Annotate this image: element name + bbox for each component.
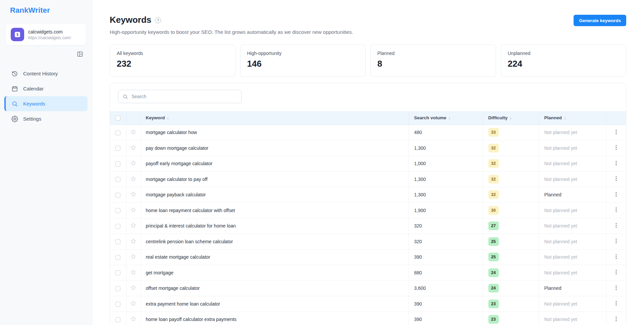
- row-menu-kebab-icon[interactable]: [613, 254, 619, 260]
- table-row: payoff early mortgage calculator1,00032N…: [110, 156, 626, 172]
- row-checkbox[interactable]: [115, 270, 120, 275]
- generate-keywords-button[interactable]: Generate keywords: [574, 15, 626, 26]
- keyword-cell: home loan repayment calculator with offs…: [140, 203, 409, 218]
- keywords-table-card: Keyword↓ Search volume↓ Difficulty↓ Plan…: [110, 83, 626, 325]
- planned-status-cell: Not planned yet: [539, 172, 606, 187]
- star-icon[interactable]: [130, 129, 137, 135]
- star-icon[interactable]: [130, 269, 137, 275]
- search-input[interactable]: [131, 94, 237, 99]
- column-header-star: [126, 111, 140, 125]
- star-icon[interactable]: [130, 160, 137, 166]
- row-menu-kebab-icon[interactable]: [613, 285, 619, 291]
- star-icon[interactable]: [130, 284, 137, 291]
- row-checkbox[interactable]: [115, 286, 120, 291]
- row-menu-kebab-icon[interactable]: [613, 269, 619, 275]
- search-volume-cell: 480: [409, 125, 483, 140]
- difficulty-badge: 25: [488, 253, 499, 261]
- site-url: https://calcwidgets.com/: [28, 36, 71, 40]
- row-menu-kebab-icon[interactable]: [613, 222, 619, 229]
- row-checkbox[interactable]: [115, 239, 120, 244]
- column-header-difficulty[interactable]: Difficulty↓: [483, 111, 539, 125]
- difficulty-cell: 25: [483, 234, 539, 250]
- row-menu-kebab-icon[interactable]: [613, 176, 619, 182]
- row-menu-kebab-icon[interactable]: [613, 300, 619, 306]
- sidebar: RankWriter $ calcwidgets.com https://cal…: [0, 0, 92, 325]
- row-checkbox[interactable]: [115, 224, 120, 229]
- row-checkbox[interactable]: [115, 208, 120, 213]
- history-icon: [11, 70, 18, 77]
- row-menu-kebab-icon[interactable]: [613, 207, 619, 213]
- sidebar-item-content-history[interactable]: Content History: [4, 66, 88, 81]
- sidebar-item-label: Keywords: [23, 101, 45, 107]
- search-volume-cell: 390: [409, 312, 483, 325]
- row-checkbox[interactable]: [115, 317, 120, 322]
- table-row: centrelink pension loan scheme calculato…: [110, 234, 626, 250]
- difficulty-badge: 32: [488, 190, 499, 199]
- stat-label: Unplanned: [508, 51, 620, 56]
- row-checkbox[interactable]: [115, 130, 120, 135]
- keyword-cell: get mortgage: [140, 265, 409, 281]
- row-menu-kebab-icon[interactable]: [613, 160, 619, 166]
- table-row: extra payment home loan calculator39023N…: [110, 296, 626, 312]
- star-icon[interactable]: [130, 253, 137, 260]
- stat-value: 224: [508, 59, 620, 69]
- difficulty-cell: 32: [483, 172, 539, 187]
- row-menu-kebab-icon[interactable]: [613, 316, 619, 322]
- sidebar-item-label: Content History: [23, 71, 58, 76]
- stat-card-unplanned: Unplanned 224: [501, 45, 627, 77]
- keywords-table: Keyword↓ Search volume↓ Difficulty↓ Plan…: [110, 111, 626, 325]
- star-icon[interactable]: [130, 238, 137, 244]
- star-icon[interactable]: [130, 191, 137, 197]
- stat-label: Planned: [377, 51, 489, 56]
- row-checkbox[interactable]: [115, 193, 120, 198]
- difficulty-cell: 23: [483, 296, 539, 312]
- sidebar-item-settings[interactable]: Settings: [4, 111, 88, 126]
- table-row: pay down mortgage calculator1,30032Not p…: [110, 140, 626, 156]
- help-icon[interactable]: ?: [155, 17, 161, 23]
- sidebar-item-label: Calendar: [23, 86, 44, 91]
- planned-status-cell: Not planned yet: [539, 125, 606, 140]
- row-checkbox[interactable]: [115, 302, 120, 307]
- planned-status-cell: Not planned yet: [539, 140, 606, 156]
- row-menu-kebab-icon[interactable]: [613, 191, 619, 197]
- star-icon[interactable]: [130, 176, 137, 182]
- keyword-cell: mortgage calculator to pay off: [140, 172, 409, 187]
- star-icon[interactable]: [130, 207, 137, 213]
- app-window: RankWriter $ calcwidgets.com https://cal…: [0, 0, 644, 325]
- column-header-planned[interactable]: Planned↓: [539, 111, 606, 125]
- page-subtitle: High-opportunity keywords to boost your …: [110, 29, 353, 35]
- column-header-keyword[interactable]: Keyword↓: [140, 111, 409, 125]
- site-name: calcwidgets.com: [28, 29, 71, 35]
- row-checkbox[interactable]: [115, 177, 120, 182]
- collapse-sidebar-icon[interactable]: [77, 51, 83, 57]
- difficulty-cell: 24: [483, 280, 539, 296]
- keyword-cell: pay down mortgage calculator: [140, 140, 409, 156]
- star-icon[interactable]: [130, 316, 137, 322]
- row-menu-kebab-icon[interactable]: [613, 238, 619, 244]
- difficulty-badge: 25: [488, 237, 499, 246]
- row-checkbox[interactable]: [115, 146, 120, 151]
- planned-status-cell: Not planned yet: [539, 265, 606, 281]
- planned-status-cell: Not planned yet: [539, 249, 606, 265]
- site-card[interactable]: $ calcwidgets.com https://calcwidgets.co…: [6, 23, 86, 46]
- row-checkbox[interactable]: [115, 161, 120, 167]
- sidebar-item-keywords[interactable]: Keywords: [4, 96, 88, 111]
- row-menu-kebab-icon[interactable]: [613, 129, 619, 135]
- keyword-cell: principal & interest calculator for home…: [140, 218, 409, 234]
- row-menu-kebab-icon[interactable]: [613, 144, 619, 150]
- star-icon[interactable]: [130, 144, 137, 151]
- row-checkbox[interactable]: [115, 255, 120, 260]
- difficulty-badge: 33: [488, 128, 499, 137]
- search-volume-cell: 390: [409, 296, 483, 312]
- select-all-checkbox[interactable]: [115, 116, 120, 121]
- stat-value: 8: [377, 59, 489, 69]
- star-icon[interactable]: [130, 300, 137, 307]
- table-row: principal & interest calculator for home…: [110, 218, 626, 234]
- planned-status-cell: Planned: [539, 187, 606, 203]
- star-icon[interactable]: [130, 222, 137, 229]
- sidebar-item-calendar[interactable]: Calendar: [4, 81, 88, 96]
- sort-icon: ↓: [509, 116, 512, 120]
- planned-status-cell: Not planned yet: [539, 234, 606, 250]
- column-header-search-volume[interactable]: Search volume↓: [409, 111, 483, 125]
- difficulty-badge: 23: [488, 300, 499, 308]
